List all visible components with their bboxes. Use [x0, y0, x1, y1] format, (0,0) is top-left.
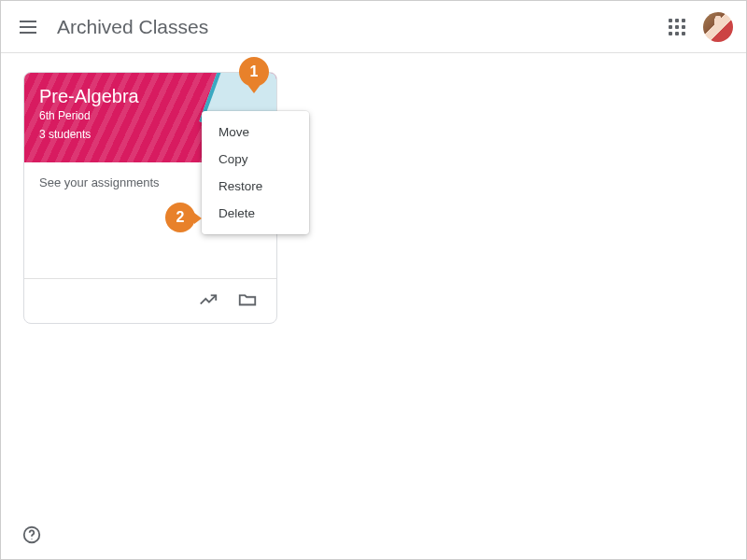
apps-grid-icon[interactable] — [666, 16, 688, 38]
page-title: Archived Classes — [57, 16, 666, 38]
hamburger-menu-icon[interactable] — [20, 16, 42, 38]
user-avatar[interactable] — [703, 12, 733, 42]
class-title[interactable]: Pre-Algebra — [39, 86, 261, 107]
class-card-footer — [24, 278, 276, 323]
trending-icon[interactable] — [198, 289, 218, 314]
main-scroll[interactable]: Archived Classes Pre-Algebra 6th Period … — [1, 1, 747, 560]
class-options-menu: Move Copy Restore Delete — [202, 111, 309, 234]
menu-item-copy[interactable]: Copy — [202, 146, 309, 173]
assignments-link[interactable]: See your assignments — [39, 175, 160, 189]
menu-item-delete[interactable]: Delete — [202, 200, 309, 227]
help-icon[interactable] — [21, 525, 42, 545]
svg-point-1 — [31, 539, 32, 539]
app-header: Archived Classes — [1, 1, 747, 53]
menu-item-restore[interactable]: Restore — [202, 173, 309, 200]
menu-item-move[interactable]: Move — [202, 119, 309, 146]
tutorial-callout-1: 1 — [239, 57, 269, 87]
callout-label: 1 — [250, 63, 259, 80]
callout-label: 2 — [176, 209, 185, 226]
tutorial-callout-2: 2 — [165, 203, 195, 232]
folder-icon[interactable] — [237, 289, 258, 314]
